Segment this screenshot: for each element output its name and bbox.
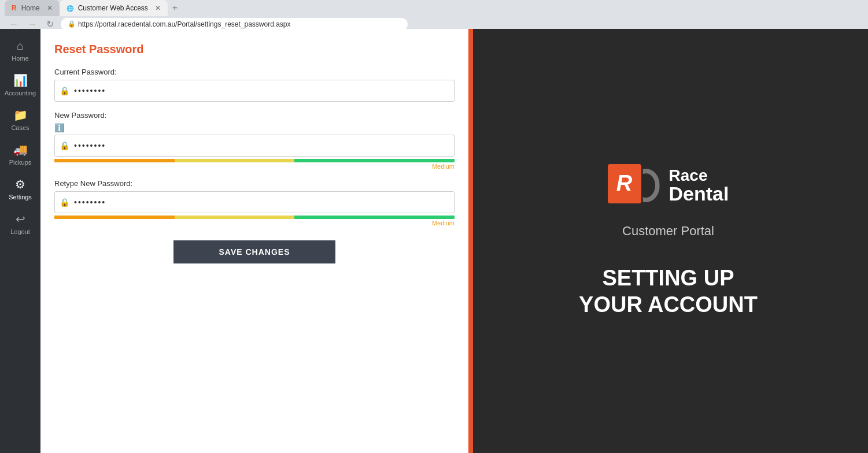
headline-line1: SETTING UP xyxy=(602,266,734,290)
new-password-strength-bar xyxy=(54,159,455,162)
sidebar-label-accounting: Accounting xyxy=(5,90,36,96)
home-icon: ⌂ xyxy=(17,39,24,53)
logo-r-block: R xyxy=(608,164,641,203)
retype-password-group: Retype New Password: 🔒 Medium xyxy=(54,179,455,226)
logout-icon: ↩ xyxy=(16,212,25,226)
sidebar-item-settings[interactable]: ⚙ Settings xyxy=(0,172,40,206)
retype-password-strength-bar xyxy=(54,216,455,219)
tab-cwa[interactable]: 🌐 Customer Web Access ✕ xyxy=(60,0,168,16)
content-area: Reset Password Current Password: 🔒 New P… xyxy=(40,29,868,453)
logo-icon-wrapper: R xyxy=(608,164,660,207)
race-dental-logo: R Race Dental xyxy=(608,164,729,207)
logo-text: Race Dental xyxy=(669,168,729,203)
tab-label-home: Home xyxy=(21,4,40,12)
sidebar-label-settings: Settings xyxy=(9,194,32,200)
save-changes-button[interactable]: SAVE CHANGES xyxy=(173,240,335,263)
new-password-group: New Password: ℹ️ 🔒 Medium xyxy=(54,111,455,170)
pickups-icon: 🚚 xyxy=(13,143,28,157)
new-password-wrapper: 🔒 xyxy=(54,135,455,157)
logo-dental: Dental xyxy=(669,184,729,203)
form-panel: Reset Password Current Password: 🔒 New P… xyxy=(40,29,468,453)
tab-home[interactable]: R Home ✕ xyxy=(5,0,60,16)
sidebar-label-home: Home xyxy=(12,55,28,62)
brand-content: R Race Dental Customer Portal SETTING UP… xyxy=(579,164,758,318)
tab-close-home[interactable]: ✕ xyxy=(47,4,53,12)
info-icon: ℹ️ xyxy=(54,123,455,132)
orange-stripe xyxy=(468,29,473,453)
sidebar-item-pickups[interactable]: 🚚 Pickups xyxy=(0,137,40,172)
tab-favicon-home: R xyxy=(12,4,17,12)
sidebar-label-logout: Logout xyxy=(10,228,30,235)
customer-portal-text: Customer Portal xyxy=(622,224,714,239)
retype-password-strength-label: Medium xyxy=(54,220,455,226)
sidebar-label-pickups: Pickups xyxy=(9,159,32,166)
retype-password-input[interactable] xyxy=(74,198,449,207)
new-password-strength-label: Medium xyxy=(54,163,455,170)
new-tab-button[interactable]: + xyxy=(168,3,182,13)
url-text: https://portal.racedental.com.au/Portal/… xyxy=(78,20,291,28)
sidebar-item-accounting[interactable]: 📊 Accounting xyxy=(0,68,40,102)
sidebar: ⌂ Home 📊 Accounting 📁 Cases 🚚 Pickups ⚙ … xyxy=(0,29,40,453)
tab-label-cwa: Customer Web Access xyxy=(78,4,148,12)
retype-password-lock-icon: 🔒 xyxy=(60,198,69,207)
sidebar-item-cases[interactable]: 📁 Cases xyxy=(0,102,40,137)
right-panel: R Race Dental Customer Portal SETTING UP… xyxy=(468,29,868,453)
current-password-label: Current Password: xyxy=(54,68,455,76)
form-title: Reset Password xyxy=(54,43,455,56)
current-password-wrapper: 🔒 xyxy=(54,80,455,102)
retype-password-label: Retype New Password: xyxy=(54,179,455,188)
new-password-label: New Password: xyxy=(54,111,455,120)
current-password-lock-icon: 🔒 xyxy=(60,86,69,95)
sidebar-item-home[interactable]: ⌂ Home xyxy=(0,34,40,68)
main-layout: ⌂ Home 📊 Accounting 📁 Cases 🚚 Pickups ⚙ … xyxy=(0,29,868,453)
new-password-lock-icon: 🔒 xyxy=(60,141,69,150)
headline-line2: YOUR ACCOUNT xyxy=(579,292,758,317)
cases-icon: 📁 xyxy=(13,108,28,122)
tab-bar: R Home ✕ 🌐 Customer Web Access ✕ + xyxy=(0,0,868,16)
logo-race: Race xyxy=(669,168,729,184)
retype-password-wrapper: 🔒 xyxy=(54,191,455,213)
sidebar-label-cases: Cases xyxy=(11,124,29,131)
current-password-input[interactable] xyxy=(74,86,449,95)
tab-close-cwa[interactable]: ✕ xyxy=(155,4,161,12)
sidebar-item-logout[interactable]: ↩ Logout xyxy=(0,206,40,241)
logo-r-letter: R xyxy=(616,171,632,196)
settings-icon: ⚙ xyxy=(15,177,25,191)
tab-favicon-cwa: 🌐 xyxy=(67,5,73,12)
current-password-group: Current Password: 🔒 xyxy=(54,68,455,102)
new-password-input[interactable] xyxy=(74,141,449,150)
accounting-icon: 📊 xyxy=(13,73,28,87)
browser-chrome: R Home ✕ 🌐 Customer Web Access ✕ + ← → ↻… xyxy=(0,0,868,29)
setting-up-text: SETTING UP YOUR ACCOUNT xyxy=(579,265,758,318)
